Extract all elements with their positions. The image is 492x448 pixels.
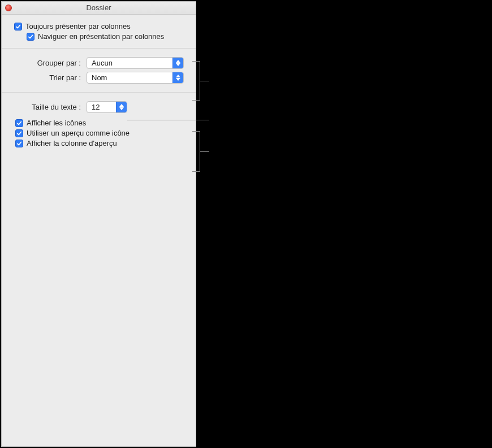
check-icon bbox=[16, 120, 22, 126]
svg-marker-2 bbox=[176, 75, 180, 77]
annotation-bracket bbox=[192, 131, 200, 172]
section-grouping: Grouper par : Aucun Trier par : Nom bbox=[2, 49, 196, 93]
label-navigate-columns: Naviguer en présentation par colonnes bbox=[38, 32, 164, 41]
select-text-size[interactable]: 12 bbox=[87, 101, 127, 113]
label-show-icons: Afficher les icônes bbox=[27, 119, 86, 127]
check-icon bbox=[28, 34, 33, 40]
label-show-preview-column: Afficher la colonne d'aperçu bbox=[27, 139, 117, 147]
titlebar: Dossier bbox=[2, 2, 196, 15]
annotation-line bbox=[200, 81, 209, 81]
select-sort-by-value: Nom bbox=[92, 73, 107, 82]
svg-marker-1 bbox=[176, 63, 180, 66]
checkbox-always-columns[interactable] bbox=[14, 23, 22, 31]
section-presentation: Toujours présenter par colonnes Naviguer… bbox=[2, 15, 196, 49]
check-icon bbox=[16, 141, 22, 146]
close-button[interactable] bbox=[5, 5, 12, 11]
label-use-preview-icon: Utiliser un aperçu comme icône bbox=[27, 129, 130, 137]
check-icon bbox=[16, 131, 22, 136]
label-sort-by: Trier par : bbox=[14, 73, 81, 82]
svg-marker-0 bbox=[176, 60, 180, 63]
select-sort-by[interactable]: Nom bbox=[87, 72, 184, 84]
svg-marker-3 bbox=[176, 78, 180, 81]
updown-icon bbox=[172, 72, 183, 83]
checkbox-show-icons[interactable] bbox=[15, 119, 23, 127]
updown-icon bbox=[116, 102, 127, 112]
annotation-line bbox=[200, 151, 209, 152]
svg-marker-5 bbox=[119, 107, 124, 110]
view-options-window: Dossier Toujours présenter par colonnes … bbox=[1, 1, 196, 447]
check-icon bbox=[15, 24, 21, 29]
select-group-by-value: Aucun bbox=[92, 59, 113, 67]
select-group-by[interactable]: Aucun bbox=[87, 57, 184, 69]
updown-icon bbox=[172, 58, 183, 68]
checkbox-use-preview-icon[interactable] bbox=[15, 129, 23, 137]
section-display: Taille du texte : 12 Afficher les icônes bbox=[2, 93, 196, 155]
label-group-by: Grouper par : bbox=[14, 59, 81, 67]
checkbox-show-preview-column[interactable] bbox=[15, 140, 23, 147]
label-text-size: Taille du texte : bbox=[14, 103, 81, 111]
checkbox-navigate-columns[interactable] bbox=[27, 33, 34, 41]
svg-marker-4 bbox=[119, 104, 124, 107]
annotation-bracket bbox=[192, 61, 200, 101]
select-text-size-value: 12 bbox=[92, 103, 100, 111]
window-title: Dossier bbox=[86, 3, 111, 12]
annotation-line bbox=[127, 120, 209, 120]
label-always-columns: Toujours présenter par colonnes bbox=[25, 22, 131, 31]
